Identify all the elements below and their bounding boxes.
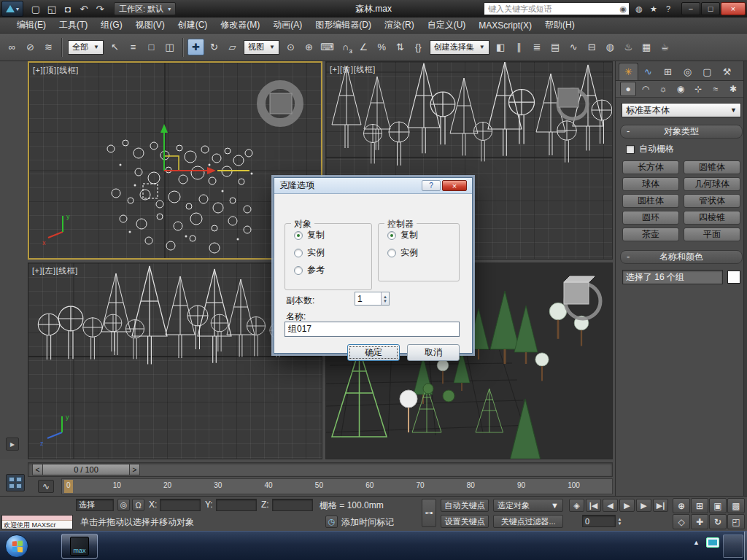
zoom-extents-icon[interactable]: ▣ xyxy=(709,498,727,513)
favorites-icon[interactable]: ★ xyxy=(647,2,660,15)
viewport-layout-icon[interactable] xyxy=(6,474,25,491)
workspace-dropdown[interactable]: 工作区: 默认 ▾ xyxy=(114,2,176,15)
show-desktop-button[interactable] xyxy=(744,532,747,560)
systems-category-icon[interactable]: ✱ xyxy=(725,82,741,96)
select-and-manipulate-icon[interactable]: ⊕ xyxy=(301,39,317,55)
redo-icon[interactable]: ↷ xyxy=(93,1,107,16)
menu-item[interactable]: 自定义(U) xyxy=(421,18,473,33)
menu-item[interactable]: 渲染(R) xyxy=(378,18,421,33)
z-coordinate-field[interactable] xyxy=(272,499,313,511)
primitive-button[interactable]: 球体 xyxy=(622,177,679,191)
rendered-frame-icon[interactable]: ▦ xyxy=(638,39,655,55)
select-object-icon[interactable]: ↖ xyxy=(107,39,123,55)
auto-key-button[interactable]: 自动关键点 xyxy=(441,499,489,512)
dialog-close-button[interactable]: × xyxy=(442,180,467,191)
menu-item[interactable]: 修改器(M) xyxy=(214,18,266,33)
maximize-viewport-icon[interactable]: ◰ xyxy=(727,514,745,529)
time-tag-icon[interactable]: ◷ xyxy=(325,516,338,528)
tray-display-icon[interactable] xyxy=(706,537,719,548)
keyboard-override-icon[interactable]: ⌨ xyxy=(319,39,336,55)
next-frame-icon[interactable]: ▶ xyxy=(636,499,651,512)
select-and-move-icon[interactable]: ✚ xyxy=(187,39,204,55)
add-time-tag[interactable]: 添加时间标记 xyxy=(341,516,394,529)
primitive-button[interactable]: 茶壶 xyxy=(622,228,679,241)
go-to-end-icon[interactable]: ▶| xyxy=(653,499,668,512)
render-setup-icon[interactable]: ♨ xyxy=(620,39,637,55)
cameras-category-icon[interactable]: ◉ xyxy=(673,82,689,96)
cancel-button[interactable]: 取消 xyxy=(407,344,460,361)
reference-coordinate-dropdown[interactable]: 视图 ▼ xyxy=(244,40,279,55)
layer-manager-icon[interactable]: ≣ xyxy=(529,39,546,55)
menu-item[interactable]: 视图(V) xyxy=(129,18,171,33)
controller-radio-option[interactable]: 实例 xyxy=(387,246,459,259)
menu-item[interactable]: 组(G) xyxy=(94,18,128,33)
primitive-button[interactable]: 四棱锥 xyxy=(684,211,740,225)
create-tab-icon[interactable]: ✳ xyxy=(619,63,638,80)
align-icon[interactable]: ∥ xyxy=(511,39,527,55)
taskbar-app-3dsmax[interactable]: max xyxy=(61,534,98,559)
dialog-help-button[interactable]: ? xyxy=(422,180,441,191)
current-frame-field[interactable] xyxy=(582,515,616,527)
viewport-front-label[interactable]: [+][前][线框] xyxy=(330,64,376,75)
spinner-down-icon[interactable]: ▼ xyxy=(616,521,624,526)
window-crossing-icon[interactable]: ◫ xyxy=(161,39,178,55)
taskbar-clock-area[interactable] xyxy=(723,534,743,558)
save-file-icon[interactable]: ◘ xyxy=(61,1,75,16)
viewport-top-label[interactable]: [+][顶][线框] xyxy=(33,65,79,76)
minimize-button[interactable]: − xyxy=(681,2,700,15)
object-radio-option[interactable]: 实例 xyxy=(294,246,371,259)
shapes-category-icon[interactable]: ◠ xyxy=(638,82,654,96)
render-production-icon[interactable]: ☕ xyxy=(657,39,673,55)
object-type-rollout-header[interactable]: - 对象类型 xyxy=(620,125,743,139)
edit-named-selection-sets-icon[interactable]: {} xyxy=(410,39,427,55)
copies-spinner-arrows[interactable]: ▲ ▼ xyxy=(381,292,389,305)
mirror-icon[interactable]: ◧ xyxy=(492,39,509,55)
material-editor-icon[interactable]: ◍ xyxy=(602,39,619,55)
isolate-selection-icon[interactable]: ◎ xyxy=(117,499,130,511)
key-mode-toggle-icon[interactable]: ◈ xyxy=(569,499,584,512)
zoom-icon[interactable]: ⊕ xyxy=(673,498,690,513)
primitive-button[interactable]: 几何球体 xyxy=(684,177,740,191)
select-and-rotate-icon[interactable]: ↻ xyxy=(206,39,222,55)
curve-editor-icon[interactable]: ∿ xyxy=(565,39,582,55)
copies-field[interactable] xyxy=(355,292,381,305)
object-name-field[interactable] xyxy=(622,270,723,284)
listener-line[interactable]: 欢迎使用 MAXScr xyxy=(2,521,72,529)
selected-filter-dropdown[interactable]: 选定对象 ▼ xyxy=(493,499,563,512)
schematic-view-icon[interactable]: ⊟ xyxy=(584,39,600,55)
undo-icon[interactable]: ↶ xyxy=(77,1,91,16)
primitive-button[interactable]: 长方体 xyxy=(622,160,679,174)
clone-name-field[interactable] xyxy=(285,322,460,337)
name-color-rollout-header[interactable]: - 名称和颜色 xyxy=(620,250,743,264)
menu-item[interactable]: MAXScript(X) xyxy=(472,19,538,32)
y-coordinate-field[interactable] xyxy=(216,499,257,511)
geometry-category-icon[interactable]: ● xyxy=(620,82,636,96)
application-menu-button[interactable]: ▾ xyxy=(1,1,23,17)
pan-view-icon[interactable]: ✚ xyxy=(691,514,708,529)
orbit-icon[interactable]: ↻ xyxy=(709,514,727,529)
motion-tab-icon[interactable]: ◎ xyxy=(678,63,697,80)
primitive-button[interactable]: 圆环 xyxy=(622,211,679,225)
snaps-toggle-icon[interactable]: ∩3 xyxy=(337,39,354,55)
modify-tab-icon[interactable]: ∿ xyxy=(638,63,658,80)
utilities-tab-icon[interactable]: ⚒ xyxy=(717,63,737,80)
bind-to-space-warp-icon[interactable]: ≋ xyxy=(40,39,57,55)
graphite-ribbon-icon[interactable]: ▤ xyxy=(547,39,564,55)
new-file-icon[interactable]: ▢ xyxy=(28,1,43,16)
tray-show-hidden-icon[interactable]: ▲ xyxy=(693,539,700,546)
selection-filter-dropdown[interactable]: 全部 ▼ xyxy=(68,40,104,55)
viewport-left-label[interactable]: [+][左][线框] xyxy=(32,265,78,276)
object-radio-option[interactable]: 复制 xyxy=(294,229,371,241)
previous-frame-icon[interactable]: ◀ xyxy=(603,499,618,512)
object-color-swatch[interactable] xyxy=(727,271,740,284)
lights-category-icon[interactable]: ☼ xyxy=(655,82,671,96)
helpers-category-icon[interactable]: ⊹ xyxy=(690,82,706,96)
percent-snap-icon[interactable]: % xyxy=(374,39,390,55)
select-by-name-icon[interactable]: ≡ xyxy=(125,39,142,55)
named-selection-sets-dropdown[interactable]: 创建选择集 ▼ xyxy=(430,40,489,55)
maxscript-mini-listener[interactable]: 欢迎使用 MAXScr xyxy=(1,515,73,529)
command-panel-scrollbar[interactable] xyxy=(743,61,747,496)
select-and-scale-icon[interactable]: ▱ xyxy=(224,39,241,55)
menu-item[interactable]: 帮助(H) xyxy=(538,18,581,33)
viewport-tab-arrow[interactable]: ▸ xyxy=(6,438,19,451)
